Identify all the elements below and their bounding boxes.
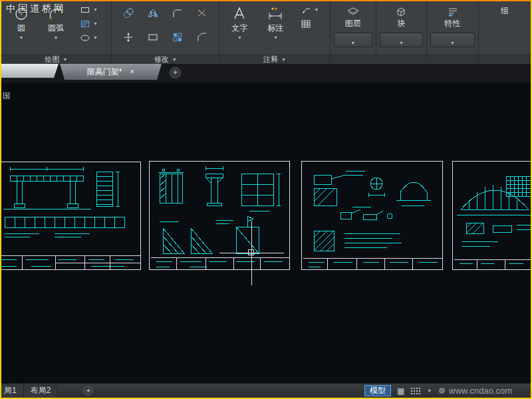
panel-title-annotate[interactable]: 注释 ▼ (219, 55, 329, 64)
grid-display-icon[interactable]: ▦ (397, 387, 404, 395)
new-tab-button[interactable]: + (170, 67, 181, 78)
watermark-top-left: 中国道桥网 (6, 3, 66, 15)
rectangle-icon (80, 5, 90, 15)
cad-sheet-4-drawing (453, 162, 531, 269)
chamfer-icon (196, 31, 208, 43)
fillet-button[interactable] (172, 7, 184, 22)
model-space-button[interactable]: 模型 (364, 385, 391, 396)
layout2-tab[interactable]: 布局2 (24, 384, 59, 398)
model-label: 模型 (370, 385, 386, 396)
status-bar-right: 模型 ▦ ▼ (364, 385, 432, 396)
block-panel-body: 块 ▼ (376, 1, 426, 55)
panel-title-group (479, 55, 531, 64)
modify-title-label: 修改 (154, 55, 169, 65)
block-dropdown[interactable]: ▼ (380, 33, 423, 47)
dimension-icon (267, 3, 284, 21)
ribbon-panel-block: 块 ▼ (376, 1, 427, 64)
layout1-label: 局1 (4, 385, 17, 396)
site-logo-icon (439, 388, 445, 394)
move-button[interactable] (122, 31, 134, 46)
annotate-panel-body: 文字 ▼ 标注 ▼ ▼ (219, 1, 329, 55)
hatch-button[interactable]: ▼ (78, 18, 99, 29)
properties-icon (447, 3, 459, 18)
layers-big-button[interactable]: 图层 ▼ (331, 2, 376, 47)
hatch-icon (80, 19, 90, 29)
chevron-down-icon[interactable]: ▼ (427, 388, 432, 393)
chevron-down-icon: ▼ (63, 57, 68, 62)
text-icon (231, 3, 247, 21)
chevron-down-icon: ▼ (172, 57, 177, 62)
watermark-site-label: www.cndao.com (449, 386, 512, 396)
watermark-bottom-right: www.cndao.com (439, 386, 512, 396)
copy-button[interactable] (122, 7, 134, 22)
trim-button[interactable] (196, 7, 208, 22)
file-tab-inactive[interactable] (0, 64, 59, 78)
fillet-icon (172, 7, 184, 19)
chevron-down-icon: ▼ (19, 35, 24, 40)
chevron-down-icon: ▼ (93, 35, 98, 40)
cad-sheet-1-drawing (1, 162, 140, 269)
stretch-icon (147, 31, 159, 43)
group-label[interactable]: 组 (479, 5, 531, 17)
mirror-button[interactable] (147, 7, 159, 22)
array-button[interactable] (172, 31, 184, 46)
snap-mode-icon[interactable] (410, 387, 421, 394)
plus-icon: + (173, 68, 178, 77)
layers-dropdown[interactable]: ▼ (334, 33, 373, 47)
dimension-label: 标注 (267, 23, 283, 34)
panel-title-draw[interactable]: 绘图 ▼ (1, 55, 111, 64)
layout2-label: 布局2 (31, 385, 51, 396)
ribbon-panel-layers: 图层 ▼ (331, 1, 377, 64)
array-icon (172, 31, 184, 43)
text-button[interactable]: 文字 ▼ (222, 2, 257, 54)
chevron-down-icon: ▼ (54, 35, 59, 40)
properties-label: 特性 (445, 18, 461, 29)
panel-title-block (376, 55, 426, 64)
ellipse-button[interactable]: ▼ (78, 32, 99, 43)
autocad-window: 中国道桥网 圆 ▼ 圆弧 ▼ (0, 0, 532, 399)
cad-sheet-1 (1, 162, 141, 270)
annotate-title-label: 注释 (263, 55, 278, 65)
file-tab-bar: 限高门架* × + (1, 64, 531, 82)
table-button[interactable] (299, 18, 320, 29)
layers-icon (346, 3, 360, 18)
properties-big-button[interactable]: 特性 ▼ (427, 2, 479, 47)
chevron-down-icon: ▼ (450, 41, 455, 45)
panel-title-layers (331, 55, 376, 64)
chevron-down-icon: ▼ (237, 35, 242, 40)
mirror-icon (147, 7, 159, 19)
cad-sheet-4 (452, 161, 531, 270)
leader-button[interactable]: ▼ (299, 4, 320, 15)
stretch-button[interactable] (147, 31, 159, 46)
layout1-tab[interactable]: 局1 (1, 384, 24, 398)
new-layout-button[interactable]: + (83, 386, 93, 396)
layers-panel-body: 图层 ▼ (331, 1, 376, 55)
panel-title-properties (427, 55, 479, 64)
file-tab-active[interactable]: 限高门架* × (60, 64, 162, 80)
ribbon-panel-group: 组 (479, 1, 531, 64)
rectangle-button[interactable]: ▼ (78, 4, 99, 15)
chevron-down-icon: ▼ (273, 35, 278, 40)
block-big-button[interactable]: 块 ▼ (376, 2, 426, 47)
block-label: 块 (397, 18, 405, 29)
chevron-down-icon: ▼ (314, 7, 319, 12)
layers-label: 图层 (345, 18, 361, 29)
text-label: 文字 (231, 23, 247, 34)
draw-mini-column: ▼ ▼ ▼ (78, 2, 99, 43)
trim-icon (196, 7, 208, 19)
ribbon-panel-properties: 特性 ▼ (427, 1, 479, 64)
properties-dropdown[interactable]: ▼ (430, 33, 475, 47)
chevron-down-icon: ▼ (93, 21, 98, 26)
draw-title-label: 绘图 (45, 55, 60, 65)
circle-label: 圆 (17, 23, 25, 34)
leader-icon (301, 5, 311, 15)
panel-title-modify[interactable]: 修改 ▼ (112, 55, 219, 64)
group-panel-body: 组 (479, 1, 531, 55)
dimension-button[interactable]: 标注 ▼ (257, 2, 294, 54)
ribbon-panel-annotate: 文字 ▼ 标注 ▼ ▼ (219, 1, 330, 64)
crosshair-pickbox (248, 249, 254, 255)
drawing-canvas[interactable]: 国 (1, 82, 531, 383)
close-icon[interactable]: × (130, 67, 134, 76)
ribbon: 圆 ▼ 圆弧 ▼ ▼ ▼ (1, 1, 531, 64)
chamfer-button[interactable] (196, 31, 208, 46)
